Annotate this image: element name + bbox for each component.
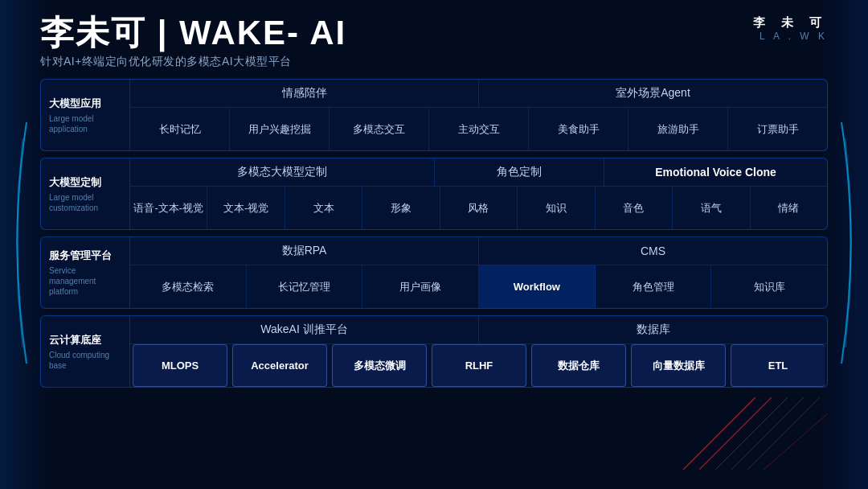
section-cn-custom: 大模型定制: [49, 175, 121, 190]
row1-top: 情感陪伴 室外场景Agent: [130, 80, 827, 108]
group-database: 数据库: [479, 316, 827, 343]
cell-travel-assistant: 旅游助手: [628, 108, 728, 150]
cell-data-warehouse: 数据仓库: [531, 344, 626, 387]
section-service-mgmt: 服务管理平台 Service management platform 数据RPA…: [40, 236, 828, 309]
logo: 李 未 可 L A . W K: [753, 14, 828, 43]
group-emotional-companion: 情感陪伴: [130, 80, 479, 107]
cell-mlops: MLOPS: [133, 344, 227, 387]
svg-line-0: [683, 397, 755, 470]
cell-interest-mining: 用户兴趣挖掘: [230, 108, 330, 150]
svg-line-2: [715, 397, 788, 470]
cell-long-memory-mgmt: 长记忆管理: [247, 265, 363, 308]
cell-accelerator: Accelerator: [232, 344, 327, 387]
cell-emotion: 情绪: [751, 187, 827, 229]
cell-etl: ETL: [731, 344, 825, 387]
section-content-cloud: WakeAI 训推平台 数据库 MLOPS Accelerator 多模态微调 …: [129, 316, 827, 387]
cell-text: 文本: [285, 187, 362, 229]
cell-timbre: 音色: [596, 187, 673, 229]
svg-line-3: [731, 397, 804, 470]
group-data-rpa: 数据RPA: [130, 237, 479, 265]
section-label-service: 服务管理平台 Service management platform: [41, 237, 129, 308]
row3-top: 数据RPA CMS: [130, 237, 827, 265]
cell-knowledge-base: 知识库: [711, 265, 827, 308]
cell-user-portrait: 用户画像: [362, 265, 479, 308]
cell-multimodal-finetune: 多模态微调: [332, 344, 427, 387]
group-multimodal-custom: 多模态大模型定制: [130, 158, 435, 186]
header: 李未可 | WAKE- AI 针对AI+终端定向优化研发的多模态AI大模型平台 …: [0, 0, 868, 76]
section-en-custom: Large model customization: [49, 192, 121, 213]
group-emotional-voice-clone: Emotional Voice Clone: [604, 158, 827, 186]
section-large-model-custom: 大模型定制 Large model customization 多模态大模型定制…: [40, 158, 828, 230]
group-outdoor-agent: 室外场景Agent: [479, 80, 827, 107]
cell-workflow: Workflow: [479, 265, 596, 308]
cell-food-assistant: 美食助手: [529, 108, 628, 150]
section-cn-service: 服务管理平台: [49, 249, 121, 263]
cell-vector-db: 向量数据库: [631, 344, 726, 387]
section-en-cloud: Cloud computing base: [49, 350, 121, 371]
section-content-custom: 多模态大模型定制 角色定制 Emotional Voice Clone 语音-文…: [129, 158, 827, 229]
group-role-custom: 角色定制: [435, 158, 604, 186]
section-label-cloud: 云计算底座 Cloud computing base: [41, 316, 129, 387]
row3-bottom: 多模态检索 长记忆管理 用户画像 Workflow 角色管理 知识库: [130, 265, 827, 308]
header-left: 李未可 | WAKE- AI 针对AI+终端定向优化研发的多模态AI大模型平台: [40, 14, 346, 69]
section-cn-cloud: 云计算底座: [49, 333, 121, 347]
section-label-app: 大模型应用 Large model application: [41, 80, 129, 150]
section-en-app: Large model application: [49, 113, 121, 134]
row4-top: WakeAI 训推平台 数据库: [130, 316, 827, 344]
row4-bottom: MLOPS Accelerator 多模态微调 RLHF 数据仓库 向量数据库 …: [130, 344, 827, 387]
row2-bottom: 语音-文本-视觉 文本-视觉 文本 形象 风格 知识 音色 语气 情绪: [130, 187, 827, 229]
section-cn-app: 大模型应用: [49, 97, 121, 111]
cell-rlhf: RLHF: [432, 344, 526, 387]
logo-cn: 李 未 可: [753, 14, 828, 31]
cell-speech-text-vision: 语音-文本-视觉: [130, 187, 207, 229]
page-title: 李未可 | WAKE- AI: [40, 14, 346, 51]
cell-multimodal-search: 多模态检索: [130, 265, 247, 308]
cell-tone: 语气: [673, 187, 750, 229]
cell-knowledge: 知识: [518, 187, 595, 229]
section-label-custom: 大模型定制 Large model customization: [41, 158, 129, 229]
row2-top: 多模态大模型定制 角色定制 Emotional Voice Clone: [130, 158, 827, 187]
logo-en: L A . W K: [753, 31, 828, 43]
section-large-model-app: 大模型应用 Large model application 情感陪伴 室外场景A…: [40, 79, 828, 151]
page-subtitle: 针对AI+终端定向优化研发的多模态AI大模型平台: [40, 55, 346, 69]
section-content-service: 数据RPA CMS 多模态检索 长记忆管理 用户画像 Workflow 角色管理…: [129, 237, 827, 308]
cell-role-mgmt: 角色管理: [596, 265, 712, 308]
cell-image: 形象: [362, 187, 440, 229]
section-cloud-compute: 云计算底座 Cloud computing base WakeAI 训推平台 数…: [40, 315, 828, 388]
section-en-service: Service management platform: [49, 265, 121, 297]
cell-style: 风格: [440, 187, 518, 229]
group-cms: CMS: [479, 237, 827, 265]
row1-bottom: 长时记忆 用户兴趣挖掘 多模态交互 主动交互 美食助手 旅游助手 订票助手: [130, 108, 827, 150]
section-content-app: 情感陪伴 室外场景Agent 长时记忆 用户兴趣挖掘 多模态交互 主动交互 美食…: [129, 80, 827, 150]
svg-line-5: [764, 413, 828, 470]
svg-line-1: [699, 397, 772, 470]
cell-multimodal-interaction: 多模态交互: [330, 108, 429, 150]
svg-line-4: [747, 397, 820, 470]
cell-long-memory: 长时记忆: [130, 108, 230, 150]
cell-text-vision: 文本-视觉: [207, 187, 285, 229]
group-wakeai-platform: WakeAI 训推平台: [130, 316, 479, 343]
main-content: 大模型应用 Large model application 情感陪伴 室外场景A…: [0, 76, 868, 394]
cell-active-interaction: 主动交互: [429, 108, 529, 150]
red-lines-decoration: [683, 397, 828, 473]
cell-ticket-assistant: 订票助手: [728, 108, 827, 150]
